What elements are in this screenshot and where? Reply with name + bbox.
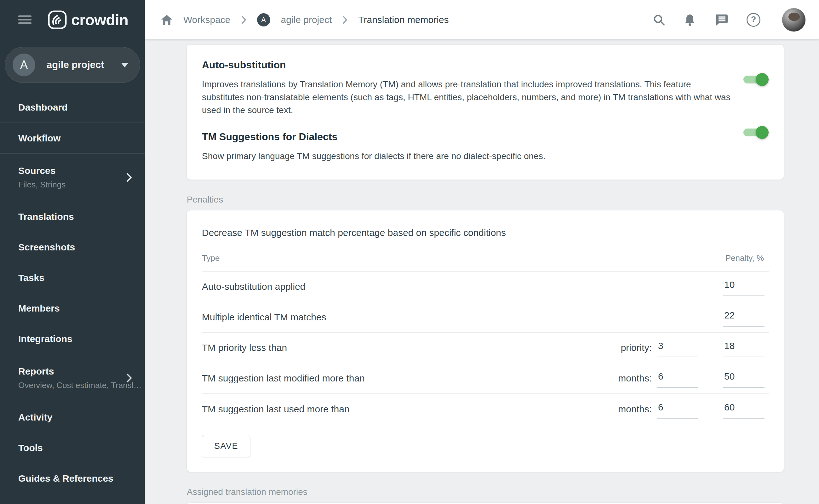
sidebar-item-tools[interactable]: Tools — [0, 432, 145, 463]
chevron-right-icon — [126, 373, 132, 383]
sidebar-item-screenshots[interactable]: Screenshots — [0, 232, 145, 262]
table-row-tm-last-used-more-than: TM suggestion last used more than months… — [202, 394, 769, 424]
sidebar-item-reports-subtitle: Overview, Cost estimate, Transl… — [18, 381, 142, 390]
sidebar-item-sources[interactable]: Sources Files, Strings — [0, 154, 145, 201]
user-avatar[interactable] — [782, 8, 806, 32]
months-param-label: months: — [618, 373, 652, 384]
sidebar-item-integrations[interactable]: Integrations — [0, 324, 145, 354]
penalties-card: Decrease TM suggestion match percentage … — [187, 210, 784, 472]
messages-icon[interactable] — [714, 13, 728, 26]
penalties-table-header: Type Penalty, % — [202, 253, 769, 272]
crowdin-logo[interactable]: crowdin — [48, 10, 128, 29]
breadcrumb-current-page: Translation memories — [358, 14, 449, 25]
breadcrumb-project-avatar[interactable]: A — [257, 13, 270, 26]
priority-param-label: priority: — [621, 342, 652, 353]
sidebar-item-workflow[interactable]: Workflow — [0, 123, 145, 153]
penalty-input[interactable] — [723, 369, 765, 388]
breadcrumb-project[interactable]: agile project — [281, 14, 332, 25]
chevron-right-icon — [126, 172, 132, 182]
help-icon[interactable]: ? — [747, 13, 760, 27]
table-row-auto-substitution-applied: Auto-substitution applied — [202, 272, 769, 302]
tm-dialects-toggle[interactable] — [743, 125, 769, 139]
notifications-bell-icon[interactable] — [684, 13, 696, 26]
project-name: agile project — [47, 59, 121, 71]
tm-dialects-title: TM Suggestions for Dialects — [202, 131, 769, 143]
save-button[interactable]: SAVE — [202, 435, 250, 457]
chevron-down-icon — [121, 63, 129, 67]
column-type: Type — [202, 253, 220, 263]
table-row-multiple-identical-tm-matches: Multiple identical TM matches — [202, 302, 769, 333]
topbar: Workspace A agile project Translation me… — [145, 0, 819, 39]
main-content: Auto-substitution Improves translations … — [145, 39, 819, 504]
crowdin-wordmark: crowdin — [71, 11, 128, 29]
months-param-label: months: — [618, 404, 652, 415]
assigned-tm-card: FILTER — [187, 503, 784, 504]
tm-dialects-description: Show primary language TM suggestions for… — [202, 150, 734, 163]
search-icon[interactable] — [653, 14, 665, 26]
hamburger-menu-icon[interactable] — [18, 14, 31, 26]
penalties-section-label: Penalties — [187, 195, 784, 205]
chevron-right-icon — [241, 15, 246, 25]
sidebar: crowdin A agile project Dashboard Workfl… — [0, 0, 145, 504]
column-penalty: Penalty, % — [725, 253, 764, 263]
home-icon[interactable] — [161, 14, 173, 26]
penalty-input[interactable] — [723, 338, 765, 357]
sidebar-item-dashboard[interactable]: Dashboard — [0, 92, 145, 123]
auto-substitution-toggle[interactable] — [743, 72, 769, 86]
penalties-card-title: Decrease TM suggestion match percentage … — [202, 227, 769, 238]
breadcrumb-workspace[interactable]: Workspace — [183, 14, 231, 25]
table-row-tm-last-modified-more-than: TM suggestion last modified more than mo… — [202, 363, 769, 394]
sidebar-item-reports[interactable]: Reports Overview, Cost estimate, Transl… — [0, 354, 145, 402]
penalty-input[interactable] — [723, 308, 765, 327]
months-param-input[interactable] — [657, 369, 698, 388]
table-row-tm-priority-less-than: TM priority less than priority: — [202, 333, 769, 363]
tm-settings-card: Auto-substitution Improves translations … — [187, 45, 784, 180]
auto-substitution-description: Improves translations by Translation Mem… — [202, 78, 734, 117]
penalty-input[interactable] — [723, 277, 765, 296]
auto-substitution-title: Auto-substitution — [202, 59, 769, 71]
sidebar-item-guides-references[interactable]: Guides & References — [0, 463, 145, 494]
project-avatar: A — [13, 54, 35, 76]
assigned-tm-section-label: Assigned translation memories — [187, 487, 784, 497]
sidebar-item-tasks[interactable]: Tasks — [0, 262, 145, 293]
chevron-right-icon — [342, 15, 347, 25]
months-param-input[interactable] — [657, 400, 698, 419]
sidebar-nav: Dashboard Workflow Sources Files, String… — [0, 92, 145, 504]
crowdin-logo-mark — [48, 10, 67, 29]
sidebar-item-sources-subtitle: Files, Strings — [18, 180, 66, 190]
sidebar-item-miro-embedded[interactable]: Miro Embedded — [0, 494, 145, 504]
sidebar-item-activity[interactable]: Activity — [0, 402, 145, 432]
breadcrumb: Workspace A agile project Translation me… — [161, 13, 653, 26]
priority-param-input[interactable] — [657, 338, 698, 357]
sidebar-item-translations[interactable]: Translations — [0, 201, 145, 232]
penalty-input[interactable] — [723, 400, 765, 419]
project-selector[interactable]: A agile project — [5, 47, 140, 83]
sidebar-item-members[interactable]: Members — [0, 293, 145, 324]
